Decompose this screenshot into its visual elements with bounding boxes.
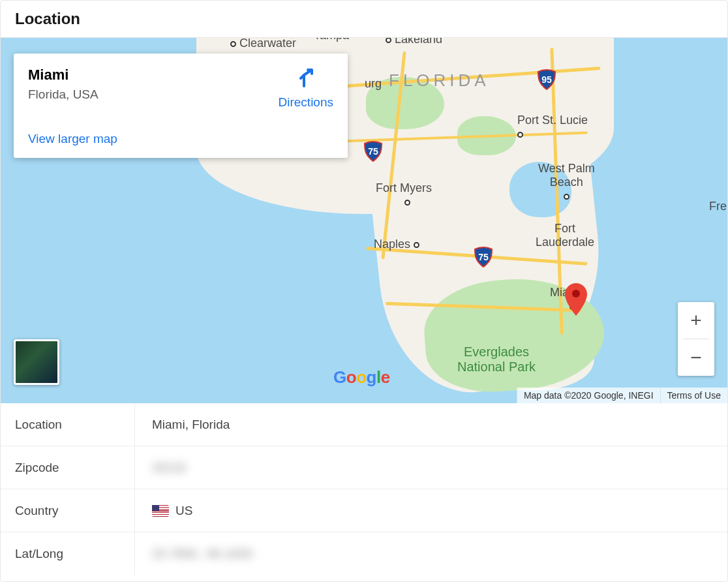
zoom-out-button[interactable]: −: [678, 339, 714, 376]
city-label: Lakeland: [386, 38, 442, 46]
us-flag-icon: [152, 505, 169, 517]
city-label: Fort Myers: [376, 181, 432, 209]
city-label: Tampa: [314, 38, 349, 42]
city-label: Port St. Lucie: [517, 114, 588, 141]
zoom-in-button[interactable]: +: [678, 302, 714, 339]
zoom-control: + −: [678, 302, 714, 376]
satellite-toggle[interactable]: [14, 339, 59, 385]
row-key: Location: [1, 403, 135, 446]
view-larger-map-link[interactable]: View larger map: [28, 132, 117, 146]
row-key: Country: [1, 489, 135, 532]
table-row: Lat/Long 25.7806, -80.1826: [1, 532, 727, 575]
city-label: urg: [365, 77, 382, 91]
row-key: Lat/Long: [1, 532, 135, 575]
row-value: Miami, Florida: [135, 418, 727, 432]
svg-point-0: [572, 290, 580, 298]
location-info-table: Location Miami, Florida Zipcode 33132 Co…: [1, 403, 727, 581]
table-row: Zipcode 33132: [1, 446, 727, 489]
location-card: Location FLORIDA Clearwater Tampa Lakela…: [0, 0, 728, 582]
map-info-card: Miami Florida, USA Directions View large…: [14, 54, 348, 158]
terms-of-use-link[interactable]: Terms of Use: [660, 388, 727, 403]
info-card-subtitle: Florida, USA: [28, 87, 99, 102]
card-header: Location: [1, 1, 727, 38]
interstate-shield-icon: 95: [537, 69, 556, 90]
row-value: US: [135, 504, 727, 518]
google-logo: Google: [333, 367, 390, 388]
city-label: Naples: [374, 237, 419, 251]
map-attribution: Map data ©2020 Google, INEGI Terms of Us…: [517, 388, 727, 403]
interstate-shield-icon: 75: [363, 141, 383, 162]
info-card-title: Miami: [28, 67, 99, 84]
row-key: Zipcode: [1, 446, 135, 489]
interstate-shield-icon: 75: [474, 247, 493, 268]
table-row: Country US: [1, 489, 727, 532]
city-label: FortLauderdale: [536, 222, 594, 249]
directions-icon: [295, 67, 317, 89]
table-row: Location Miami, Florida: [1, 403, 727, 446]
map-pin-icon[interactable]: [563, 282, 589, 317]
row-value: 33132: [135, 461, 727, 475]
attribution-data: Map data ©2020 Google, INEGI: [517, 388, 660, 403]
city-label: West PalmBeach: [538, 162, 595, 203]
state-label: FLORIDA: [389, 70, 490, 91]
city-label-partial: Fre: [709, 200, 727, 213]
directions-label: Directions: [279, 95, 333, 109]
map[interactable]: FLORIDA Clearwater Tampa Lakeland urg Po…: [1, 38, 727, 403]
directions-button[interactable]: Directions: [279, 67, 333, 110]
city-label: Clearwater: [230, 38, 296, 50]
park-label: EvergladesNational Park: [457, 345, 536, 375]
row-value: 25.7806, -80.1826: [135, 547, 727, 561]
card-title: Location: [15, 10, 713, 28]
